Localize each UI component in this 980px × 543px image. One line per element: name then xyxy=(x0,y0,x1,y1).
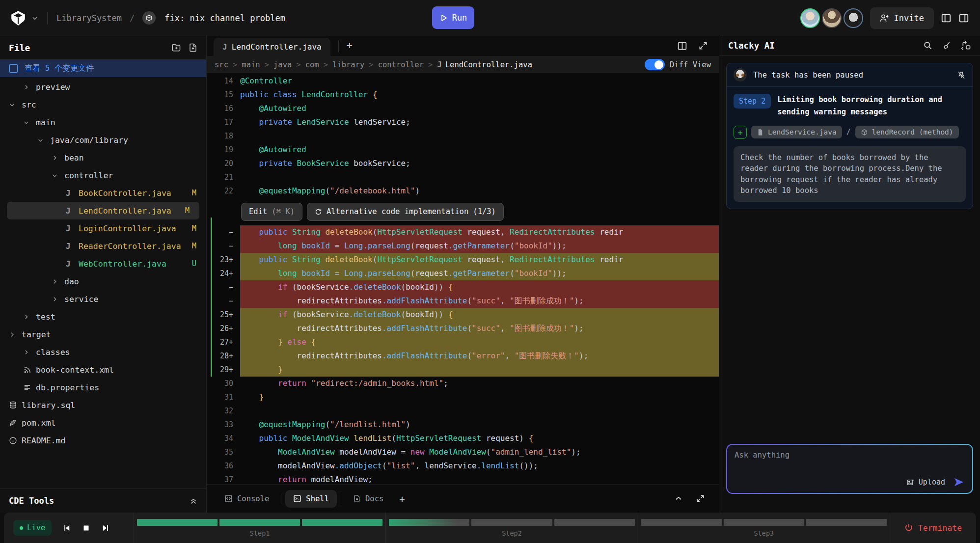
stop-button[interactable] xyxy=(82,524,90,532)
code-line[interactable]: 17 private LendService lendService; xyxy=(207,115,719,129)
code-line-added[interactable]: 25+ if (bookService.deleteBook(bookId)) … xyxy=(207,308,719,322)
chevron-down-icon[interactable] xyxy=(23,119,36,126)
skip-back-button[interactable] xyxy=(62,524,71,532)
chevron-right-icon[interactable] xyxy=(23,314,36,320)
avatar[interactable] xyxy=(822,8,842,28)
progress-segment[interactable] xyxy=(219,519,300,526)
method-chip[interactable]: lendRecord (method) xyxy=(855,126,959,138)
tab-shell[interactable]: Shell xyxy=(285,490,337,508)
cde-tools-footer[interactable]: CDE Tools xyxy=(0,489,206,513)
invite-button[interactable]: Invite xyxy=(870,7,934,29)
broom-icon[interactable] xyxy=(942,41,952,51)
tree-item-bean[interactable]: bean xyxy=(0,149,206,166)
expand-panel-icon[interactable] xyxy=(696,494,705,503)
chat-input[interactable] xyxy=(735,451,965,473)
code-line[interactable]: 30 return "redirect:/admin_books.html"; xyxy=(207,377,719,390)
tree-item-dao[interactable]: dao xyxy=(0,272,206,290)
new-file-icon[interactable] xyxy=(189,43,197,53)
code-line[interactable]: 33 @equestMapping("/lendlist.html") xyxy=(207,418,719,432)
tab-lendcontroller[interactable]: J LendController.java xyxy=(214,38,330,56)
toggle-left-panel-icon[interactable] xyxy=(941,13,952,24)
chevron-right-icon[interactable] xyxy=(52,278,64,285)
chevron-right-icon[interactable] xyxy=(9,331,22,338)
tree-item-book-context-xml[interactable]: book-context.xml xyxy=(0,361,206,379)
chevron-down-icon[interactable] xyxy=(9,102,22,108)
progress-segment[interactable] xyxy=(302,519,382,526)
code-line[interactable]: 32 xyxy=(207,404,719,418)
code-line[interactable]: 34 public ModelAndView lendList(HttpServ… xyxy=(207,432,719,445)
tree-item-main[interactable]: main xyxy=(0,113,206,131)
progress-segment[interactable] xyxy=(389,519,469,526)
diff-view-toggle[interactable] xyxy=(645,59,665,70)
send-button[interactable] xyxy=(953,477,965,488)
chat-input-box[interactable]: Upload xyxy=(727,445,972,493)
collapse-up-icon[interactable] xyxy=(190,497,197,505)
run-button[interactable]: Run xyxy=(432,6,474,29)
new-tab-button[interactable]: + xyxy=(338,40,353,52)
file-chip[interactable]: LendService.java xyxy=(751,126,842,138)
chevron-down-icon[interactable] xyxy=(31,15,38,22)
chevron-down-icon[interactable] xyxy=(52,172,64,179)
chevron-right-icon[interactable] xyxy=(23,349,36,355)
code-line-added[interactable]: 29+ } xyxy=(207,363,719,377)
collapse-panel-icon[interactable] xyxy=(674,494,683,503)
tree-item-target[interactable]: target xyxy=(0,326,206,343)
breadcrumb-segment[interactable]: com xyxy=(305,60,319,69)
code-line[interactable]: 16 @Autowired xyxy=(207,102,719,115)
code-line[interactable]: 35 ModelAndView modelAndView = new Model… xyxy=(207,445,719,459)
upload-button[interactable]: Upload xyxy=(906,478,945,487)
tree-item-readercontroller-java[interactable]: JReaderController.javaM xyxy=(0,237,206,255)
code-line[interactable]: 14@Controller xyxy=(207,74,719,88)
tree-item-logincontroller-java[interactable]: JLoginController.javaM xyxy=(0,219,206,237)
code-line-added[interactable]: 28+ redirectAttributes.addFlashAttribute… xyxy=(207,349,719,363)
tree-item-java-com-library[interactable]: java/com/library xyxy=(0,131,206,149)
view-changed-files-row[interactable]: 查看 5 个变更文件 xyxy=(0,59,206,77)
tree-item-classes[interactable]: classes xyxy=(0,343,206,361)
search-icon[interactable] xyxy=(923,41,932,51)
code-line-added[interactable]: 27+ } else { xyxy=(207,335,719,349)
add-context-button[interactable]: + xyxy=(734,126,747,139)
edit-button[interactable]: Edit(⌘ K) xyxy=(241,203,302,221)
breadcrumb-segment[interactable]: main xyxy=(242,60,260,69)
code-line[interactable]: 20 private BookService bookService; xyxy=(207,157,719,170)
chevron-right-icon[interactable] xyxy=(52,155,64,161)
skip-forward-button[interactable] xyxy=(102,524,110,532)
breadcrumb-segment[interactable]: java xyxy=(273,60,292,69)
breadcrumb-file[interactable]: J LendController.java xyxy=(437,60,532,69)
toggle-right-panel-icon[interactable] xyxy=(958,13,969,24)
avatar[interactable] xyxy=(800,8,820,28)
progress-segment[interactable] xyxy=(471,519,552,526)
maximize-editor-icon[interactable] xyxy=(698,41,708,51)
tree-item-library-sql[interactable]: library.sql xyxy=(0,396,206,414)
code-line[interactable]: 15public class LendController { xyxy=(207,88,719,102)
tree-item-preview[interactable]: preview xyxy=(0,78,206,96)
code-line-added[interactable]: 23+ public String deleteBook(HttpServlet… xyxy=(207,253,719,267)
code-line-added[interactable]: 26+ redirectAttributes.addFlashAttribute… xyxy=(207,322,719,335)
progress-segment[interactable] xyxy=(554,519,635,526)
code-line-removed[interactable]: − if (bookService.deleteBook(bookId)) { xyxy=(207,280,719,294)
code-line-removed[interactable]: − public String deleteBook(HttpServletRe… xyxy=(207,225,719,239)
code-line[interactable]: 36 modelAndView.addObject("list", lendSe… xyxy=(207,459,719,473)
breadcrumb-segment[interactable]: src xyxy=(215,60,228,69)
tree-item-lendcontroller-java[interactable]: JLendController.javaM xyxy=(7,202,199,219)
tree-item-pom-xml[interactable]: pom.xml xyxy=(0,414,206,432)
code-area[interactable]: 14@Controller15public class LendControll… xyxy=(207,73,719,484)
tree-item-controller[interactable]: controller xyxy=(0,166,206,184)
code-line[interactable]: 21 xyxy=(207,170,719,184)
tree-item-src[interactable]: src xyxy=(0,96,206,113)
breadcrumb-segment[interactable]: controller xyxy=(378,60,424,69)
avatar-robot[interactable] xyxy=(844,8,863,28)
switch-session-icon[interactable] xyxy=(961,41,971,51)
new-folder-icon[interactable] xyxy=(171,43,181,53)
code-line[interactable]: 31 } xyxy=(207,390,719,404)
code-line[interactable]: 18 xyxy=(207,129,719,143)
breadcrumb-segment[interactable]: library xyxy=(332,60,364,69)
code-line-added[interactable]: 24+ long bookId = Long.parseLong(request… xyxy=(207,267,719,280)
code-line[interactable]: 22 @equestMapping("/deletebook.html") xyxy=(207,184,719,198)
progress-segment[interactable] xyxy=(137,519,218,526)
chevron-right-icon[interactable] xyxy=(23,84,36,90)
app-logo-icon[interactable] xyxy=(10,10,27,27)
tree-item-test[interactable]: test xyxy=(0,308,206,326)
progress-segment[interactable] xyxy=(806,519,887,526)
code-line[interactable]: 37 return modelAndView; xyxy=(207,473,719,484)
